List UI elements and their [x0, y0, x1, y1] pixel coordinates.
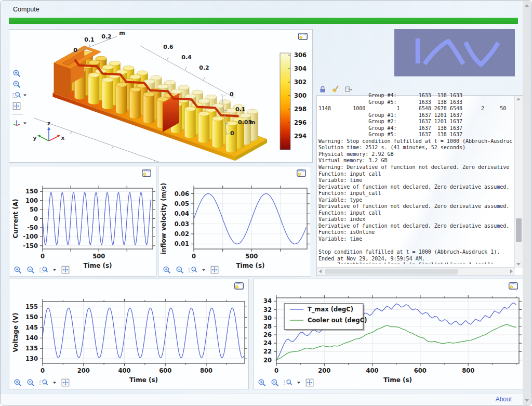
svg-text:22: 22 [263, 348, 272, 355]
caret-down-icon[interactable] [52, 268, 57, 272]
zoom-in-icon[interactable] [12, 69, 21, 77]
zoom-box-icon[interactable] [284, 378, 292, 387]
solver-log-panel[interactable]: Group #4: 1633 138 1633 Group #5: 1633 1… [316, 95, 523, 276]
colorbar-label: 300 [294, 92, 307, 99]
zoom-out-icon[interactable] [176, 266, 184, 274]
scroll-down-icon[interactable] [525, 399, 529, 402]
length-tick: 0.4 [181, 54, 192, 61]
zoom-box-icon[interactable] [39, 378, 48, 387]
default-3d-view-icon[interactable] [12, 119, 21, 127]
fit-view-icon[interactable] [305, 378, 314, 387]
height-tick: 0 [230, 91, 234, 98]
svg-text:Time (s): Time (s) [236, 262, 264, 269]
svg-text:150: 150 [25, 188, 38, 195]
window-vertical-scrollbar[interactable] [523, 1, 531, 405]
zoom-box-icon[interactable] [12, 91, 21, 99]
log-horizontal-scrollbar[interactable] [317, 267, 515, 276]
progress-bar [9, 18, 518, 24]
svg-text:0: 0 [192, 253, 196, 260]
iav-logo [394, 29, 515, 76]
zoom-out-icon[interactable] [12, 80, 21, 88]
caret-down-icon[interactable] [52, 381, 57, 385]
zoom-in-icon[interactable] [14, 266, 22, 274]
scroll-up-icon[interactable] [516, 98, 521, 100]
svg-text:Time (s): Time (s) [383, 376, 412, 384]
zoom-box-icon[interactable] [189, 266, 197, 274]
snapshot-icon[interactable] [298, 33, 308, 40]
temperature-chart[interactable]: 02004006008002022242628303234Time (s)T_m… [254, 279, 523, 389]
width-tick: 0 [73, 47, 77, 54]
3d-geometry-plot[interactable]: m 0 0.1 0.2 0.6 0.4 0.2 0 0.1 0.05 0 m [9, 30, 312, 162]
zoom-out-icon[interactable] [26, 266, 35, 274]
fit-view-icon[interactable] [61, 266, 70, 274]
status-bar: About [1, 393, 531, 405]
height-tick: 0 [230, 130, 234, 137]
svg-text:Cooler out (degC): Cooler out (degC) [308, 317, 367, 324]
current-chart[interactable]: 0500-150-100-50050100150Time (s)Current … [9, 166, 156, 276]
compute-button[interactable]: Compute [13, 6, 39, 13]
zoom-out-icon[interactable] [26, 378, 35, 387]
svg-text:Time (s): Time (s) [129, 376, 158, 384]
snapshot-icon[interactable] [297, 169, 306, 177]
svg-text:T_max (degC): T_max (degC) [308, 306, 353, 313]
colorbar-label: 302 [294, 78, 307, 86]
fit-view-icon[interactable] [61, 378, 70, 387]
scroll-up-icon[interactable] [525, 4, 529, 7]
triad-x-label: x [61, 135, 65, 141]
colorbar-label: 294 [294, 133, 307, 140]
panel-3d-view: m 0 0.1 0.2 0.6 0.4 0.2 0 0.1 0.05 0 m [9, 29, 313, 163]
svg-text:200: 200 [318, 367, 330, 374]
svg-text:inflow velocity (m/s): inflow velocity (m/s) [160, 183, 167, 254]
coordinate-triad: z y x [33, 120, 65, 141]
plot-toolbar [258, 378, 314, 387]
svg-text:0: 0 [41, 367, 45, 374]
zoom-out-icon[interactable] [271, 378, 279, 387]
length-tick: 0.6 [163, 44, 174, 50]
svg-text:600: 600 [159, 367, 171, 374]
caret-down-icon[interactable] [23, 121, 27, 125]
zoom-box-icon[interactable] [39, 266, 48, 274]
svg-text:0.04: 0.04 [175, 210, 189, 217]
zoom-in-icon[interactable] [14, 378, 22, 387]
snapshot-icon[interactable] [234, 282, 244, 290]
log-hscroll-thumb[interactable] [325, 269, 458, 274]
inflow-velocity-chart[interactable]: 05000.010.020.030.040.050.06Time (s)infl… [158, 166, 311, 276]
svg-text:200: 200 [77, 367, 90, 374]
fit-view-icon[interactable] [210, 266, 219, 274]
panel-inflow-velocity-plot: 05000.010.020.030.040.050.06Time (s)infl… [158, 166, 311, 277]
snapshot-icon[interactable] [509, 282, 518, 290]
scroll-down-icon[interactable] [516, 263, 521, 266]
caret-down-icon[interactable] [202, 268, 206, 272]
svg-text:500: 500 [245, 253, 258, 260]
about-link[interactable]: About [496, 396, 512, 403]
svg-text:145: 145 [25, 324, 38, 331]
caret-down-icon[interactable] [23, 93, 27, 97]
svg-text:500: 500 [92, 253, 105, 260]
svg-text:30: 30 [263, 315, 272, 322]
voltage-chart[interactable]: 0200400600800130135140145150155Time (s)V… [9, 279, 248, 389]
log-vertical-scrollbar[interactable] [514, 96, 523, 268]
panel-current-plot: 0500-150-100-50050100150Time (s)Current … [9, 166, 156, 277]
triad-z-label: z [47, 120, 50, 126]
svg-text:0: 0 [34, 215, 38, 222]
zoom-in-icon[interactable] [163, 266, 171, 274]
fit-view-icon[interactable] [12, 102, 21, 110]
svg-text:150: 150 [25, 313, 38, 321]
svg-text:34: 34 [263, 297, 272, 305]
svg-text:0.05: 0.05 [175, 200, 189, 207]
zoom-in-icon[interactable] [258, 378, 266, 387]
svg-text:0.03: 0.03 [175, 220, 189, 228]
caret-down-icon[interactable] [297, 381, 301, 385]
log-vscroll-thumb[interactable] [516, 218, 522, 242]
svg-text:-150: -150 [23, 242, 38, 250]
scroll-left-icon[interactable] [319, 269, 322, 273]
svg-text:26: 26 [263, 331, 272, 338]
triad-y-label: y [33, 135, 37, 141]
width-tick: 0.2 [101, 33, 112, 40]
panel-voltage-plot: 0200400600800130135140145150155Time (s)V… [9, 279, 249, 389]
plot-toolbar [14, 378, 70, 387]
svg-text:-50: -50 [27, 224, 38, 231]
snapshot-icon[interactable] [142, 169, 151, 177]
scroll-right-icon[interactable] [510, 269, 513, 273]
battery-pack-3d [52, 46, 267, 161]
